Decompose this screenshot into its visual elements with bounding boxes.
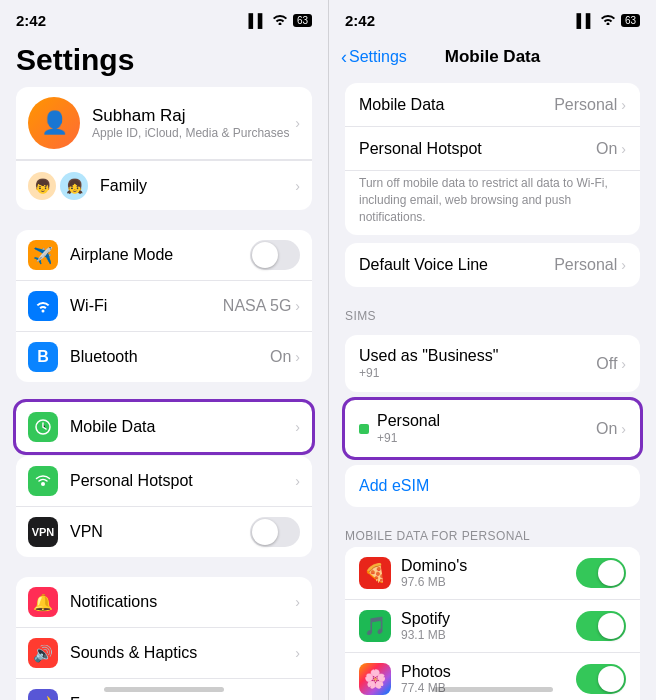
- business-sim-name: Used as "Business": [359, 347, 596, 365]
- wifi-settings-icon: [28, 291, 58, 321]
- vpn-row[interactable]: VPN VPN: [16, 507, 312, 557]
- personal-sim-sub: +91: [377, 431, 596, 445]
- focus-icon: 🌙: [28, 689, 58, 700]
- family-avatar-1: 👦: [28, 172, 56, 200]
- airplane-toggle[interactable]: [250, 240, 300, 270]
- connectivity-section: ✈️ Airplane Mode Wi-Fi NASA 5G › B Bluet…: [16, 230, 312, 382]
- vpn-icon: VPN: [28, 517, 58, 547]
- personal-sim-row[interactable]: Personal +91 On ›: [345, 400, 640, 457]
- mobile-data-setting-label: Mobile Data: [359, 96, 554, 114]
- default-voice-row[interactable]: Default Voice Line Personal ›: [345, 243, 640, 287]
- add-esim-button[interactable]: Add eSIM: [345, 465, 640, 507]
- time-left: 2:42: [16, 12, 46, 29]
- chevron-icon: ›: [621, 421, 626, 437]
- mobile-data-setting-value: Personal: [554, 96, 617, 114]
- wifi-label: Wi-Fi: [70, 297, 223, 315]
- photos-toggle[interactable]: [576, 664, 626, 694]
- bluetooth-value: On: [270, 348, 291, 366]
- home-indicator-right: [433, 687, 553, 692]
- personal-sim-name: Personal: [377, 412, 596, 430]
- airplane-label: Airplane Mode: [70, 246, 250, 264]
- battery-icon: 63: [293, 14, 312, 27]
- wifi-icon: [272, 13, 288, 28]
- time-right: 2:42: [345, 12, 375, 29]
- chevron-icon: ›: [621, 356, 626, 372]
- sounds-icon: 🔊: [28, 638, 58, 668]
- chevron-icon: ›: [295, 178, 300, 194]
- app-row-spotify[interactable]: 🎵 Spotify 93.1 MB: [345, 600, 640, 653]
- mobile-data-for-personal-header: MOBILE DATA FOR PERSONAL: [329, 515, 656, 547]
- notifications-icon: 🔔: [28, 587, 58, 617]
- user-profile-row[interactable]: 👤 Subham Raj Apple ID, iCloud, Media & P…: [16, 87, 312, 160]
- sounds-label: Sounds & Haptics: [70, 644, 295, 662]
- wifi-row[interactable]: Wi-Fi NASA 5G ›: [16, 281, 312, 332]
- business-sim-row[interactable]: Used as "Business" +91 Off ›: [345, 335, 640, 392]
- chevron-icon: ›: [295, 594, 300, 610]
- dominos-toggle[interactable]: [576, 558, 626, 588]
- bluetooth-row[interactable]: B Bluetooth On ›: [16, 332, 312, 382]
- back-chevron-icon: ‹: [341, 47, 347, 68]
- user-avatar: 👤: [28, 97, 80, 149]
- spotify-toggle[interactable]: [576, 611, 626, 641]
- right-content: Mobile Data Personal › Personal Hotspot …: [329, 75, 656, 700]
- spotify-name: Spotify: [401, 610, 576, 628]
- mobile-data-setting-row[interactable]: Mobile Data Personal ›: [345, 83, 640, 127]
- hotspot-label: Personal Hotspot: [70, 472, 295, 490]
- chevron-icon: ›: [295, 298, 300, 314]
- chevron-icon: ›: [621, 97, 626, 113]
- chevron-icon: ›: [621, 141, 626, 157]
- apps-section: 🍕 Domino's 97.6 MB 🎵 Spotify 93.1 MB 🌸 P: [345, 547, 640, 700]
- photos-name: Photos: [401, 663, 576, 681]
- default-voice-label: Default Voice Line: [359, 256, 554, 274]
- spotify-info: Spotify 93.1 MB: [401, 610, 576, 642]
- family-avatar-2: 👧: [60, 172, 88, 200]
- business-sim-sub: +91: [359, 366, 596, 380]
- vpn-toggle[interactable]: [250, 517, 300, 547]
- mobile-data-icon: [28, 412, 58, 442]
- personal-hotspot-setting-row[interactable]: Personal Hotspot On ›: [345, 127, 640, 171]
- user-subtitle: Apple ID, iCloud, Media & Purchases: [92, 126, 295, 140]
- family-row[interactable]: 👦 👧 Family ›: [16, 160, 312, 210]
- page-title-left: Settings: [0, 35, 328, 87]
- mobile-data-label: Mobile Data: [70, 418, 295, 436]
- chevron-icon: ›: [621, 257, 626, 273]
- battery-icon-right: 63: [621, 14, 640, 27]
- default-voice-value: Personal: [554, 256, 617, 274]
- right-panel: 2:42 ▌▌ 63 ‹ Settings Mobile Data Mobile…: [328, 0, 656, 700]
- chevron-icon: ›: [295, 419, 300, 435]
- mobile-data-highlighted[interactable]: Mobile Data ›: [16, 402, 312, 452]
- app-row-photos[interactable]: 🌸 Photos 77.4 MB: [345, 653, 640, 700]
- notifications-row[interactable]: 🔔 Notifications ›: [16, 577, 312, 628]
- personal-hotspot-value: On: [596, 140, 617, 158]
- user-info: Subham Raj Apple ID, iCloud, Media & Pur…: [92, 106, 295, 140]
- dominos-size: 97.6 MB: [401, 575, 576, 589]
- personal-hotspot-setting-label: Personal Hotspot: [359, 140, 596, 158]
- chevron-icon: ›: [295, 349, 300, 365]
- sims-section: Used as "Business" +91 Off ›: [345, 335, 640, 392]
- photos-icon: 🌸: [359, 663, 391, 695]
- svg-point-1: [41, 482, 45, 486]
- hotspot-icon: [28, 466, 58, 496]
- signal-icon: ▌▌: [248, 13, 266, 28]
- personal-hotspot-row[interactable]: Personal Hotspot ›: [16, 456, 312, 507]
- personal-sim-highlighted[interactable]: Personal +91 On ›: [345, 400, 640, 457]
- signal-icon-right: ▌▌: [576, 13, 594, 28]
- personal-sim-label: Personal +91: [377, 412, 596, 445]
- sounds-row[interactable]: 🔊 Sounds & Haptics ›: [16, 628, 312, 679]
- mobile-data-row[interactable]: Mobile Data ›: [16, 402, 312, 452]
- user-section: 👤 Subham Raj Apple ID, iCloud, Media & P…: [16, 87, 312, 210]
- back-button[interactable]: ‹ Settings: [341, 47, 407, 68]
- spotify-size: 93.1 MB: [401, 628, 576, 642]
- business-sim-value: Off: [596, 355, 617, 373]
- chevron-icon: ›: [295, 696, 300, 700]
- family-label: Family: [100, 177, 295, 195]
- chevron-icon: ›: [295, 115, 300, 131]
- airplane-mode-row[interactable]: ✈️ Airplane Mode: [16, 230, 312, 281]
- airplane-icon: ✈️: [28, 240, 58, 270]
- personal-sim-value: On: [596, 420, 617, 438]
- bluetooth-icon: B: [28, 342, 58, 372]
- app-row-dominos[interactable]: 🍕 Domino's 97.6 MB: [345, 547, 640, 600]
- status-bar-right: 2:42 ▌▌ 63: [329, 0, 656, 35]
- dominos-icon: 🍕: [359, 557, 391, 589]
- status-icons-left: ▌▌ 63: [248, 13, 312, 28]
